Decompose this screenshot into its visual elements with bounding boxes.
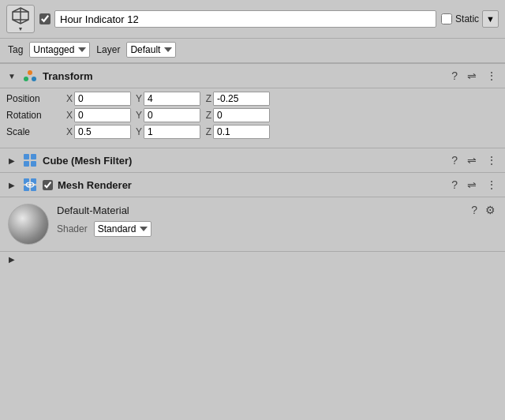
material-preview-sphere (8, 204, 49, 245)
tag-layer-row: Tag Untagged Layer Default (0, 39, 505, 63)
active-checkbox[interactable] (39, 13, 50, 24)
bottom-arrow-row: ▶ (0, 252, 505, 267)
transform-sliders-button[interactable]: ⇌ (466, 69, 478, 82)
cube-mesh-filter-icon (22, 152, 38, 168)
transform-section-header: ▼ Transform ? ⇌ ⋮ (0, 63, 505, 88)
transform-title: Transform (43, 70, 445, 82)
scale-z-group: Z (204, 125, 270, 139)
position-z-input[interactable] (213, 92, 270, 106)
svg-point-15 (29, 184, 32, 186)
object-name-input[interactable] (54, 10, 436, 28)
scale-x-group: X (65, 125, 131, 139)
shader-dropdown[interactable]: Standard (94, 221, 152, 237)
cube-mesh-filter-actions: ? ⇌ ⋮ (450, 154, 499, 167)
material-name-row: Default-Material ? ⚙ (57, 204, 497, 216)
rotation-x-label: X (65, 110, 73, 121)
static-dropdown-arrow: ▼ (486, 14, 495, 24)
position-y-group: Y (134, 92, 200, 106)
top-bar: ▼ Static ▼ (0, 0, 505, 39)
rotation-x-group: X (65, 108, 131, 122)
transform-help-button[interactable]: ? (450, 69, 459, 82)
position-y-label: Y (134, 93, 142, 104)
scale-x-label: X (65, 126, 73, 137)
static-row: Static ▼ (441, 10, 499, 28)
scale-z-label: Z (204, 126, 211, 137)
position-x-group: X (65, 92, 131, 106)
rotation-y-group: Y (134, 108, 200, 122)
rotation-y-input[interactable] (144, 108, 200, 122)
position-x-label: X (65, 93, 73, 104)
scale-z-input[interactable] (213, 125, 270, 139)
scale-y-label: Y (134, 126, 142, 137)
material-help-button[interactable]: ? (469, 204, 479, 216)
rotation-x-input[interactable] (74, 108, 131, 122)
rotation-z-group: Z (204, 108, 270, 122)
mesh-renderer-active-checkbox[interactable] (43, 180, 53, 190)
scale-y-group: Y (134, 125, 200, 139)
rotation-row: Rotation X Y Z (6, 108, 499, 122)
transform-more-button[interactable]: ⋮ (484, 69, 499, 82)
rotation-label: Rotation (6, 110, 62, 121)
rotation-z-input[interactable] (213, 108, 270, 122)
rotation-z-label: Z (204, 110, 211, 121)
scale-row: Scale X Y Z (6, 125, 499, 139)
cube-mesh-filter-title: Cube (Mesh Filter) (43, 155, 445, 167)
svg-rect-9 (31, 161, 36, 167)
mesh-renderer-icon (22, 177, 38, 193)
object-dropdown-arrow[interactable]: ▼ (18, 26, 24, 32)
cube-mesh-filter-sliders-button[interactable]: ⇌ (466, 154, 478, 167)
material-settings-button[interactable]: ⚙ (484, 204, 497, 216)
mesh-renderer-actions: ? ⇌ ⋮ (450, 178, 499, 191)
position-x-input[interactable] (74, 92, 131, 106)
mesh-renderer-help-button[interactable]: ? (450, 178, 459, 191)
material-info: Default-Material ? ⚙ Shader Standard (57, 204, 497, 237)
mesh-renderer-header: ▶ Mesh Renderer ? ⇌ ⋮ (0, 173, 505, 197)
svg-rect-8 (24, 161, 29, 167)
mesh-renderer-title: Mesh Renderer (58, 179, 445, 191)
cube-mesh-filter-more-button[interactable]: ⋮ (484, 154, 499, 167)
shader-label: Shader (57, 223, 88, 234)
object-icon: ▼ (6, 5, 35, 33)
transform-actions: ? ⇌ ⋮ (450, 69, 499, 82)
svg-point-4 (24, 77, 28, 81)
material-area: Default-Material ? ⚙ Shader Standard (0, 197, 505, 252)
cube-mesh-filter-header: ▶ Cube (Mesh Filter) ? ⇌ ⋮ (0, 148, 505, 173)
transform-icon (22, 68, 38, 84)
static-dropdown-button[interactable]: ▼ (482, 10, 499, 28)
static-checkbox[interactable] (441, 13, 452, 24)
svg-rect-6 (24, 154, 29, 159)
position-z-label: Z (204, 93, 211, 104)
svg-point-3 (28, 70, 32, 75)
mesh-renderer-sliders-button[interactable]: ⇌ (466, 178, 478, 191)
layer-dropdown[interactable]: Default (126, 42, 176, 58)
transform-body: Position X Y Z Rotation X Y Z Scale (0, 88, 505, 148)
layer-label: Layer (96, 44, 120, 55)
svg-point-5 (32, 77, 36, 81)
static-label: Static (455, 13, 479, 24)
cube-mesh-filter-collapse-button[interactable]: ▶ (6, 156, 17, 165)
svg-rect-7 (31, 154, 36, 159)
tag-dropdown[interactable]: Untagged (29, 42, 90, 58)
scale-label: Scale (6, 126, 62, 137)
bottom-expand-button[interactable]: ▶ (6, 255, 17, 264)
position-row: Position X Y Z (6, 92, 499, 106)
material-name: Default-Material (57, 204, 129, 216)
scale-y-input[interactable] (144, 125, 200, 139)
shader-row: Shader Standard (57, 221, 497, 237)
tag-label: Tag (8, 44, 23, 55)
name-row (39, 10, 436, 28)
mesh-renderer-more-button[interactable]: ⋮ (484, 178, 499, 191)
material-actions: ? ⚙ (469, 204, 497, 216)
mesh-renderer-collapse-button[interactable]: ▶ (6, 181, 17, 189)
position-z-group: Z (204, 92, 270, 106)
transform-collapse-button[interactable]: ▼ (6, 72, 17, 81)
cube-mesh-filter-help-button[interactable]: ? (450, 154, 459, 167)
position-label: Position (6, 93, 62, 104)
position-y-input[interactable] (144, 92, 200, 106)
rotation-y-label: Y (134, 110, 142, 121)
scale-x-input[interactable] (74, 125, 131, 139)
